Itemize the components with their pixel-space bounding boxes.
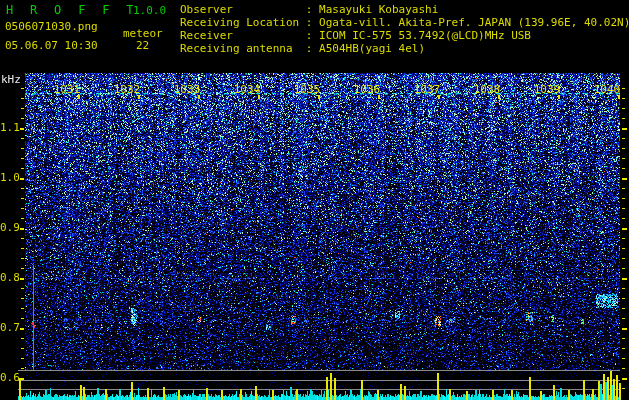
datetime-label: 05.06.07 10:30 <box>5 40 98 52</box>
time-label-1031: 1031 <box>54 84 81 96</box>
info-receiver: Receiver : ICOM IC-575 53.7492(@LCD)MHz … <box>180 29 531 42</box>
time-label-1037: 1037 <box>414 84 441 96</box>
freq-label-1-1: 1.1 <box>0 122 19 134</box>
time-label-1036: 1036 <box>354 84 381 96</box>
freq-label-0-8: 0.8 <box>0 272 19 284</box>
freq-label-0-9: 0.9 <box>0 222 19 234</box>
echo-count: 22 <box>136 40 149 52</box>
time-label-1039: 1039 <box>534 84 561 96</box>
output-filename: 0506071030.png <box>5 21 98 33</box>
time-label-1035: 1035 <box>294 84 321 96</box>
app-version: 1.0.0 <box>133 5 166 17</box>
time-label-1040: 1040 <box>594 84 621 96</box>
time-label-1038: 1038 <box>474 84 501 96</box>
info-location: Receiving Location : Ogata-vill. Akita-P… <box>180 16 629 29</box>
info-antenna: Receiving antenna : A504HB(yagi 4el) <box>180 42 425 55</box>
info-observer: Observer : Masayuki Kobayashi <box>180 3 438 16</box>
time-label-1032: 1032 <box>114 84 141 96</box>
spectrogram-canvas <box>0 0 629 400</box>
app-title: H R O F F T <box>6 4 138 16</box>
time-label-1033: 1033 <box>174 84 201 96</box>
time-label-1034: 1034 <box>234 84 261 96</box>
freq-label-0-6: 0.6 <box>0 372 19 384</box>
freq-label-0-7: 0.7 <box>0 322 19 334</box>
hrofft-screen: H R O F F T 1.0.0 0506071030.png meteor … <box>0 0 629 400</box>
freq-axis-unit: kHz <box>1 74 21 86</box>
freq-label-1-0: 1.0 <box>0 172 19 184</box>
